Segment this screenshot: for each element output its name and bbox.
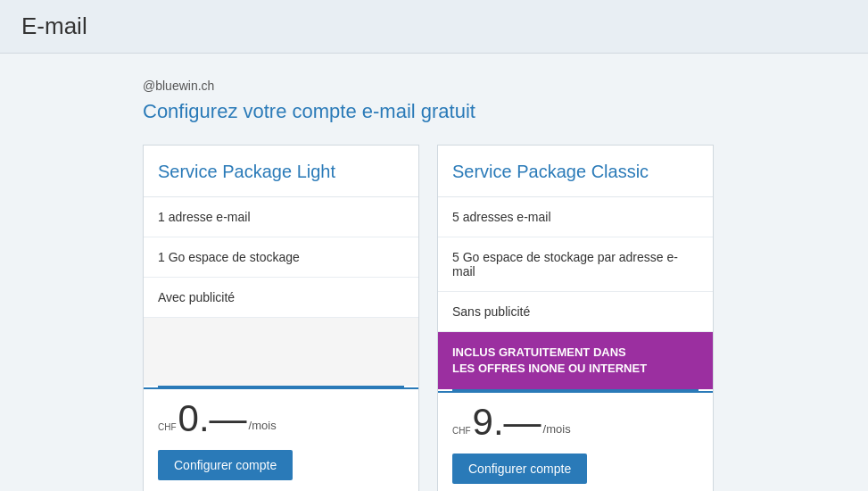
domain-label: @bluewin.ch xyxy=(143,79,725,93)
main-content: @bluewin.ch Configurez votre compte e-ma… xyxy=(0,54,868,491)
configure-button-classic[interactable]: Configurer compte xyxy=(452,454,587,484)
packages-container: Service Package Light 1 adresse e-mail 1… xyxy=(143,145,725,491)
feature-light-3: Avec publicité xyxy=(144,278,418,318)
price-amount-classic: 9.— xyxy=(473,404,541,441)
package-header-light: Service Package Light xyxy=(144,146,418,197)
promo-banner-classic: INCLUS GRATUITEMENT DANSLES OFFRES INONE… xyxy=(438,332,713,389)
package-footer-light: Configurer compte xyxy=(144,450,418,491)
package-name-light: Service Package Light xyxy=(158,162,404,182)
feature-classic-1: 5 adresses e-mail xyxy=(438,197,713,237)
package-features-classic: 5 adresses e-mail 5 Go espace de stockag… xyxy=(438,197,713,332)
package-footer-classic: Configurer compte xyxy=(438,454,713,491)
page-title: E-mail xyxy=(21,12,847,40)
package-name-classic: Service Package Classic xyxy=(452,162,699,182)
package-card-light: Service Package Light 1 adresse e-mail 1… xyxy=(143,145,419,491)
package-header-classic: Service Package Classic xyxy=(438,146,713,197)
promo-empty-light xyxy=(144,318,418,386)
price-period-classic: /mois xyxy=(543,422,571,441)
feature-classic-2: 5 Go espace de stockage par adresse e-ma… xyxy=(438,237,713,292)
currency-classic: CHF xyxy=(452,427,471,441)
feature-classic-3: Sans publicité xyxy=(438,292,713,332)
configure-button-light[interactable]: Configurer compte xyxy=(158,450,293,480)
package-card-classic: Service Package Classic 5 adresses e-mai… xyxy=(437,145,714,491)
section-title: Configurez votre compte e-mail gratuit xyxy=(143,100,725,123)
price-row-light: CHF 0.— /mois xyxy=(158,400,404,437)
price-period-light: /mois xyxy=(249,419,277,437)
feature-light-1: 1 adresse e-mail xyxy=(144,197,418,237)
price-row-classic: CHF 9.— /mois xyxy=(452,404,699,441)
package-features-light: 1 adresse e-mail 1 Go espace de stockage… xyxy=(144,197,418,318)
price-section-light: CHF 0.— /mois xyxy=(144,387,418,437)
price-section-classic: CHF 9.— /mois xyxy=(438,391,713,441)
currency-light: CHF xyxy=(158,423,177,437)
page-header: E-mail xyxy=(0,0,868,54)
feature-light-2: 1 Go espace de stockage xyxy=(144,237,418,278)
price-amount-light: 0.— xyxy=(178,400,247,437)
